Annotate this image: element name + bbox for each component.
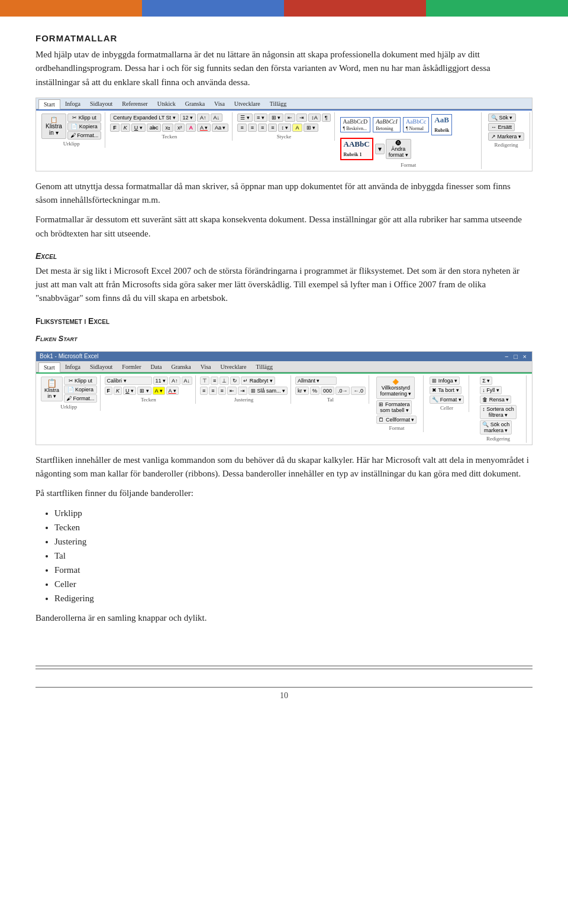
word-italic[interactable]: K [121, 124, 130, 132]
excel-underline[interactable]: U ▾ [123, 387, 136, 395]
word-btn-markera[interactable]: ↗ Markera ▾ [488, 132, 524, 141]
word-btn-kopiera[interactable]: 📄 Kopiera [67, 122, 102, 131]
excel-btn-kopiera[interactable]: 📄 Kopiera [64, 385, 97, 394]
word-grow-font[interactable]: A↑ [197, 114, 209, 122]
excel-thousands[interactable]: 000 [321, 387, 334, 395]
excel-grow-font[interactable]: A↑ [169, 377, 180, 385]
word-subscript[interactable]: x₂ [162, 124, 173, 132]
word-align-center[interactable]: ≡ [248, 124, 257, 132]
excel-dec-decimal[interactable]: ←.0 [351, 387, 366, 395]
word-indent-dec[interactable]: ⇤ [285, 114, 295, 122]
excel-tab-utvecklare[interactable]: Utvecklare [216, 362, 251, 372]
word-borders[interactable]: ⊞ ▾ [304, 124, 319, 132]
excel-tab-granska[interactable]: Granska [166, 362, 195, 372]
word-justify[interactable]: ≡ [268, 124, 277, 132]
word-linespace[interactable]: ↕ ▾ [278, 124, 291, 132]
word-strikethrough[interactable]: abc [147, 124, 162, 132]
excel-percent[interactable]: % [310, 387, 320, 395]
word-tab-utskick[interactable]: Utskick [153, 99, 180, 109]
word-style-betoning[interactable]: AaBbCcIBetoning [373, 117, 401, 132]
word-tab-sidlayout[interactable]: Sidlayout [85, 99, 117, 109]
excel-text-color[interactable]: A ▾ [166, 387, 179, 395]
excel-inc-decimal[interactable]: .0→ [335, 387, 350, 395]
excel-tab-start[interactable]: Start [38, 362, 60, 372]
excel-btn-sigma[interactable]: Σ ▾ [480, 377, 492, 385]
excel-wrap-angle[interactable]: ↻ [230, 377, 240, 385]
word-tab-utvecklare[interactable]: Utvecklare [230, 99, 265, 109]
word-align-left[interactable]: ≡ [237, 124, 246, 132]
excel-bot-align[interactable]: ⊥ [220, 377, 229, 385]
excel-mid-align[interactable]: ≡ [211, 377, 218, 385]
word-highlight[interactable]: Aa ▾ [212, 124, 229, 132]
word-tab-granska[interactable]: Granska [180, 99, 209, 109]
word-style-rubrik1-selected[interactable]: AABbCRubrik 1 [340, 138, 373, 160]
excel-tab-formler[interactable]: Formler [117, 362, 146, 372]
word-styles-more[interactable]: ▾ [375, 144, 385, 154]
excel-tab-sidlayout[interactable]: Sidlayout [85, 362, 117, 372]
excel-btn-sok[interactable]: 🔍 Sök ochmarkera ▾ [480, 420, 512, 435]
excel-bold[interactable]: F [105, 387, 113, 395]
word-style-rubrikcol[interactable]: AaBbCc¶ Normal [403, 117, 429, 132]
excel-number-format[interactable]: Allmänt ▾ [295, 377, 337, 385]
word-superscript[interactable]: x² [175, 124, 185, 132]
word-show-marks[interactable]: ¶ [322, 114, 331, 122]
word-text-effects[interactable]: A [186, 124, 196, 132]
excel-center-align[interactable]: ≡ [209, 387, 217, 395]
excel-font-select[interactable]: Calibri ▾ [105, 377, 152, 385]
word-indent-inc[interactable]: ⇥ [296, 114, 307, 122]
excel-tab-infoga[interactable]: Infoga [60, 362, 85, 372]
word-fontsize-select[interactable]: 12 ▾ [180, 114, 196, 122]
word-btn-ersatt[interactable]: ↔ Ersätt [488, 123, 515, 131]
excel-btn-fyll[interactable]: ↓ Fyll ▾ [480, 386, 502, 394]
word-align-right[interactable]: ≡ [258, 124, 267, 132]
word-tab-tillagg[interactable]: Tillägg [265, 99, 292, 109]
word-sort[interactable]: ↕A [308, 114, 321, 122]
excel-btn-formatera[interactable]: ⊞ Formaterasom tabell ▾ [376, 400, 412, 414]
word-shrink-font[interactable]: A↓ [211, 114, 223, 122]
excel-btn-sortera[interactable]: ↕ Sortera ochfiltrera ▾ [480, 405, 517, 419]
word-style-rubrik1[interactable]: AaBRubrik [431, 114, 452, 135]
word-text-color[interactable]: A ▾ [197, 124, 211, 132]
excel-tab-data[interactable]: Data [146, 362, 167, 372]
excel-close-btn[interactable]: × [521, 353, 528, 360]
word-bullets[interactable]: ☰ ▾ [237, 114, 253, 122]
word-style-normal[interactable]: AaBbCcD­¶ Beskrivn... [340, 117, 371, 132]
word-numbering[interactable]: ≡ ▾ [254, 114, 267, 122]
excel-indent-dec[interactable]: ⇤ [227, 387, 237, 395]
excel-btn-tabort[interactable]: ✖ Ta bort ▾ [430, 386, 461, 394]
excel-indent-inc[interactable]: ⇥ [238, 387, 247, 395]
excel-btn-cellformat[interactable]: 🗒 Cellformat ▾ [376, 416, 417, 424]
excel-minimize-btn[interactable]: − [503, 353, 510, 360]
excel-btn-villkorstyrd[interactable]: 🔶 Villkorsstyrdformatering ▾ [376, 377, 415, 399]
excel-merge[interactable]: ⊞ Slå sam... ▾ [248, 387, 288, 395]
excel-btn-klistra[interactable]: 📋 Klistrain ▾ [41, 377, 63, 401]
excel-tab-visa[interactable]: Visa [196, 362, 216, 372]
word-btn-klipp[interactable]: ✂ Klipp ut [67, 114, 102, 122]
excel-btn-klipp[interactable]: ✂ Klipp ut [64, 377, 97, 385]
excel-shrink-font[interactable]: A↓ [182, 377, 193, 385]
word-bold[interactable]: F [110, 124, 120, 132]
excel-left-align[interactable]: ≡ [200, 387, 208, 395]
excel-btn-infoga[interactable]: ⊞ Infoga ▾ [430, 377, 460, 385]
excel-btn-rensa[interactable]: 🗑 Rensa ▾ [480, 395, 511, 404]
excel-italic[interactable]: K [114, 387, 122, 395]
excel-fill-color[interactable]: A ▾ [153, 387, 165, 395]
excel-btn-format[interactable]: 🖌 Format... [64, 394, 97, 403]
word-tab-visa[interactable]: Visa [209, 99, 230, 109]
word-multilevel[interactable]: ⊞ ▾ [269, 114, 284, 122]
excel-border[interactable]: ⊞ ▾ [137, 387, 151, 395]
excel-top-align[interactable]: ⊤ [200, 377, 209, 385]
excel-currency[interactable]: kr ▾ [295, 387, 309, 395]
excel-maximize-btn[interactable]: □ [512, 353, 519, 360]
word-btn-klistra[interactable]: 📋 Klistrain ▾ [41, 114, 66, 139]
word-tab-start[interactable]: Start [38, 99, 60, 109]
excel-tab-tillagg[interactable]: Tillägg [251, 362, 277, 372]
word-shading[interactable]: A [292, 124, 302, 132]
word-btn-sok[interactable]: 🔍 Sök ▾ [488, 114, 516, 122]
word-underline[interactable]: U ▾ [131, 124, 146, 132]
word-style-change[interactable]: 🅐 Ändraformat ▾ [386, 139, 411, 159]
excel-wrap-text[interactable]: ↵ Radbryt ▾ [241, 377, 275, 385]
excel-fontsize-select[interactable]: 11 ▾ [153, 377, 169, 385]
excel-btn-format[interactable]: 🔧 Format ▾ [430, 395, 464, 404]
word-tab-infoga[interactable]: Infoga [60, 99, 85, 109]
